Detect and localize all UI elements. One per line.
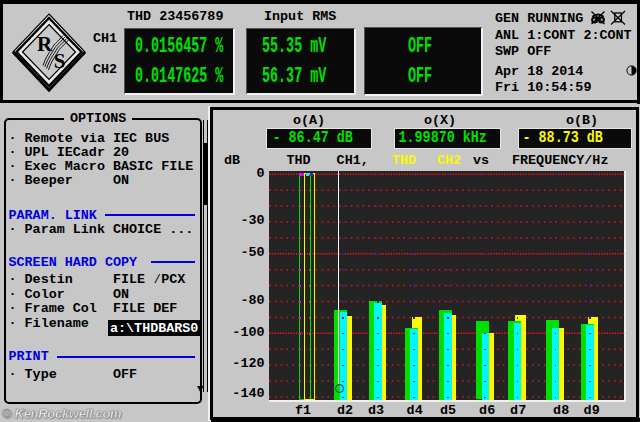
svg-text:R: R: [37, 32, 53, 56]
svg-text:S: S: [54, 49, 66, 73]
